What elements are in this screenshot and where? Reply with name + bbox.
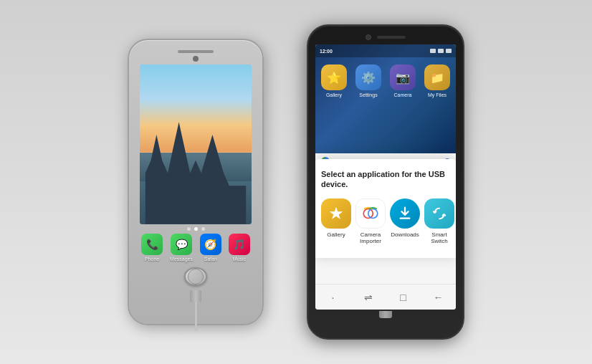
messages-label: Messages <box>170 257 193 262</box>
samsung-screen: 12:00 ⭐ Gallery ⚙️ Settings <box>315 44 456 310</box>
status-icons <box>430 49 452 53</box>
samsung-settings-icon: ⚙️ <box>355 64 381 90</box>
samsung-time: 12:00 <box>320 49 333 54</box>
dialog-app-gallery[interactable]: Gallery <box>321 198 351 245</box>
samsung-app-camera[interactable]: 📷 Camera <box>390 64 416 97</box>
nav-back[interactable]: ← <box>433 292 444 303</box>
samsung-gallery-label: Gallery <box>326 92 342 97</box>
signal-icon <box>430 49 436 53</box>
iphone-dock: 📞 Phone 💬 Messages 🧭 Safari 🎵 Music <box>141 234 250 262</box>
iphone-camera-row <box>193 56 199 62</box>
dialog-smartswitch-icon <box>424 198 454 229</box>
usb-dialog: Select an application for the USB device… <box>315 159 456 258</box>
dialog-gallery-label: Gallery <box>327 231 345 239</box>
iphone-screen <box>140 64 252 224</box>
dialog-app-smart-switch[interactable]: Smart Switch <box>424 198 454 245</box>
dot-1 <box>187 227 191 231</box>
samsung-speaker <box>377 36 406 39</box>
phone-icon: 📞 <box>141 234 163 255</box>
iphone-speaker <box>178 50 214 53</box>
samsung-wallpaper: 12:00 ⭐ Gallery ⚙️ Settings <box>315 44 456 159</box>
iphone-camera <box>193 56 199 62</box>
iphone-app-messages[interactable]: 💬 Messages <box>170 234 193 262</box>
samsung-settings-label: Settings <box>359 92 377 97</box>
battery-icon <box>446 49 452 53</box>
dialog-camera-importer-icon <box>355 198 386 229</box>
iphone-lightning-connector <box>190 290 201 302</box>
iphone-cable <box>195 302 197 331</box>
wifi-icon <box>438 49 444 53</box>
samsung-camera-label: Camera <box>394 92 412 97</box>
samsung-app-gallery[interactable]: ⭐ Gallery <box>321 64 347 97</box>
samsung-gallery-icon: ⭐ <box>321 64 347 90</box>
nav-recents[interactable]: ⇌ <box>363 292 374 303</box>
messages-icon: 💬 <box>171 234 192 255</box>
nav-dot: · <box>328 292 339 303</box>
samsung-camera-icon: 📷 <box>390 64 416 90</box>
nav-home[interactable]: □ <box>398 292 409 303</box>
main-scene: 📞 Phone 💬 Messages 🧭 Safari 🎵 Music <box>0 0 592 364</box>
iphone-page-dots <box>187 227 205 231</box>
dialog-app-list: Gallery CameraImporter <box>321 198 450 245</box>
dialog-smartswitch-label: Smart Switch <box>424 231 454 245</box>
samsung-top-bar <box>366 34 406 40</box>
samsung-myfiles-icon: 📁 <box>424 64 450 90</box>
dot-2 <box>194 227 198 231</box>
iphone-app-phone[interactable]: 📞 Phone <box>141 234 163 262</box>
iphone-home-inner <box>188 269 204 284</box>
svg-rect-2 <box>400 217 411 219</box>
dialog-app-camera-importer[interactable]: CameraImporter <box>355 198 386 245</box>
iphone-app-music[interactable]: 🎵 Music <box>229 234 250 262</box>
music-label: Music <box>233 257 246 262</box>
dialog-downloads-icon <box>390 198 420 229</box>
samsung-nav-bar: · ⇌ □ ← <box>315 284 456 310</box>
iphone-app-safari[interactable]: 🧭 Safari <box>200 234 221 262</box>
samsung-app-myfiles[interactable]: 📁 My Files <box>424 64 450 97</box>
dialog-camera-importer-label: CameraImporter <box>360 231 381 245</box>
dialog-gallery-icon <box>321 198 351 229</box>
samsung-front-camera <box>366 34 371 40</box>
samsung-myfiles-label: My Files <box>428 92 447 97</box>
safari-label: Safari <box>204 257 217 262</box>
samsung-app-settings[interactable]: ⚙️ Settings <box>355 64 381 97</box>
samsung-app-grid: ⭐ Gallery ⚙️ Settings 📷 Camera 📁 My File… <box>315 57 456 105</box>
samsung-usb-connector <box>379 311 392 318</box>
samsung-device: 12:00 ⭐ Gallery ⚙️ Settings <box>307 24 464 340</box>
safari-icon: 🧭 <box>200 234 221 255</box>
dialog-downloads-label: Downloads <box>391 231 419 239</box>
dot-3 <box>201 227 205 231</box>
music-icon: 🎵 <box>229 234 250 255</box>
phone-label: Phone <box>145 257 159 262</box>
dialog-app-downloads[interactable]: Downloads <box>390 198 420 245</box>
samsung-status-bar: 12:00 <box>315 44 456 57</box>
iphone-home-button[interactable] <box>184 267 207 287</box>
iphone-device: 📞 Phone 💬 Messages 🧭 Safari 🎵 Music <box>128 39 264 325</box>
dialog-title: Select an application for the USB device… <box>321 169 450 190</box>
